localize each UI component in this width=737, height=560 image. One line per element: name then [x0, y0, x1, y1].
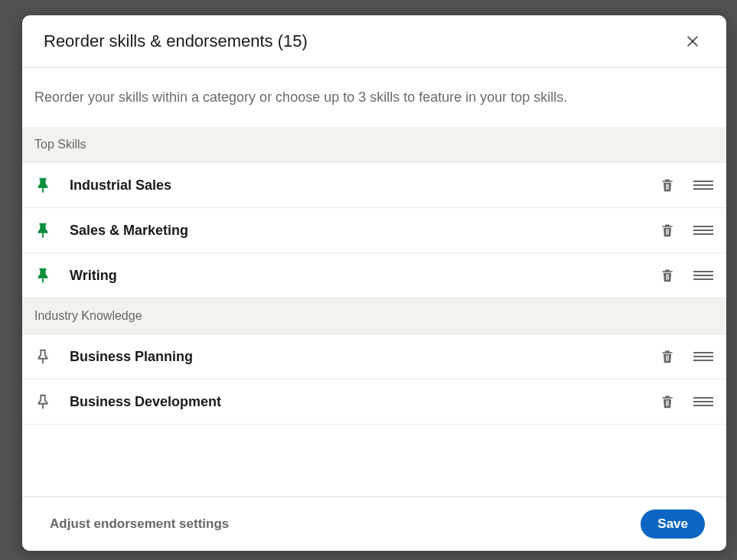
drag-handle[interactable] — [693, 395, 714, 409]
delete-button[interactable] — [659, 348, 676, 365]
trash-icon — [660, 222, 675, 239]
skill-name: Business Development — [62, 394, 659, 410]
svg-rect-17 — [666, 355, 667, 361]
skill-row: Industrial Sales — [22, 162, 726, 208]
skill-row: Writing — [22, 253, 726, 298]
skill-row: Sales & Marketing — [22, 208, 726, 253]
svg-rect-8 — [667, 229, 668, 235]
pin-toggle[interactable] — [34, 348, 62, 365]
category-header-industry-knowledge: Industry Knowledge — [22, 298, 726, 334]
category-list-top-skills: Industrial Sales — [22, 162, 726, 298]
skill-name: Industrial Sales — [62, 177, 659, 194]
modal-title: Reorder skills & endorsements (15) — [44, 31, 308, 51]
pin-filled-icon — [34, 267, 51, 284]
skill-name: Writing — [62, 268, 659, 284]
skill-name: Business Planning — [62, 349, 659, 365]
trash-icon — [660, 267, 675, 284]
modal-body[interactable]: Reorder your skills within a category or… — [22, 68, 726, 497]
row-actions — [659, 222, 714, 239]
drag-icon — [693, 351, 713, 362]
row-actions — [659, 267, 714, 284]
svg-rect-23 — [667, 400, 668, 406]
pin-filled-icon — [34, 222, 51, 239]
trash-icon — [660, 177, 675, 194]
drag-icon — [693, 180, 713, 190]
svg-rect-22 — [666, 400, 667, 406]
save-button[interactable]: Save — [641, 510, 705, 539]
pin-toggle[interactable] — [34, 393, 62, 410]
pin-toggle[interactable] — [34, 267, 62, 284]
category-list-industry-knowledge: Business Planning — [22, 334, 726, 425]
drag-icon — [693, 270, 713, 281]
delete-button[interactable] — [659, 393, 676, 410]
svg-rect-13 — [667, 274, 668, 280]
category-header-top-skills: Top Skills — [22, 127, 726, 162]
pin-toggle[interactable] — [34, 177, 62, 194]
row-actions — [659, 177, 714, 194]
trash-icon — [660, 348, 675, 365]
pin-outline-icon — [34, 348, 51, 365]
drag-icon — [693, 396, 713, 407]
drag-handle[interactable] — [693, 350, 714, 363]
drag-handle[interactable] — [693, 269, 714, 282]
pin-toggle[interactable] — [34, 222, 62, 239]
svg-rect-12 — [666, 274, 667, 280]
svg-rect-2 — [666, 184, 667, 190]
delete-button[interactable] — [659, 222, 676, 239]
delete-button[interactable] — [659, 267, 676, 284]
row-actions — [659, 393, 714, 410]
skill-row: Business Development — [22, 379, 726, 425]
trash-icon — [660, 393, 675, 410]
pin-outline-icon — [34, 393, 51, 410]
svg-rect-7 — [666, 229, 667, 235]
svg-rect-18 — [667, 355, 668, 361]
close-icon — [685, 34, 700, 49]
reorder-skills-modal: Reorder skills & endorsements (15) Reord… — [22, 15, 726, 551]
row-actions — [659, 348, 714, 365]
delete-button[interactable] — [659, 177, 676, 194]
close-button[interactable] — [680, 29, 705, 54]
drag-handle[interactable] — [693, 223, 714, 237]
skill-name: Sales & Marketing — [62, 223, 659, 239]
modal-header: Reorder skills & endorsements (15) — [22, 15, 726, 68]
skill-row: Business Planning — [22, 334, 726, 379]
pin-filled-icon — [34, 177, 51, 194]
svg-rect-3 — [667, 184, 668, 190]
modal-footer: Adjust endorsement settings Save — [22, 497, 726, 551]
drag-handle[interactable] — [693, 178, 714, 192]
modal-description: Reorder your skills within a category or… — [22, 68, 726, 127]
adjust-endorsement-settings-link[interactable]: Adjust endorsement settings — [50, 516, 229, 532]
drag-icon — [693, 225, 713, 236]
